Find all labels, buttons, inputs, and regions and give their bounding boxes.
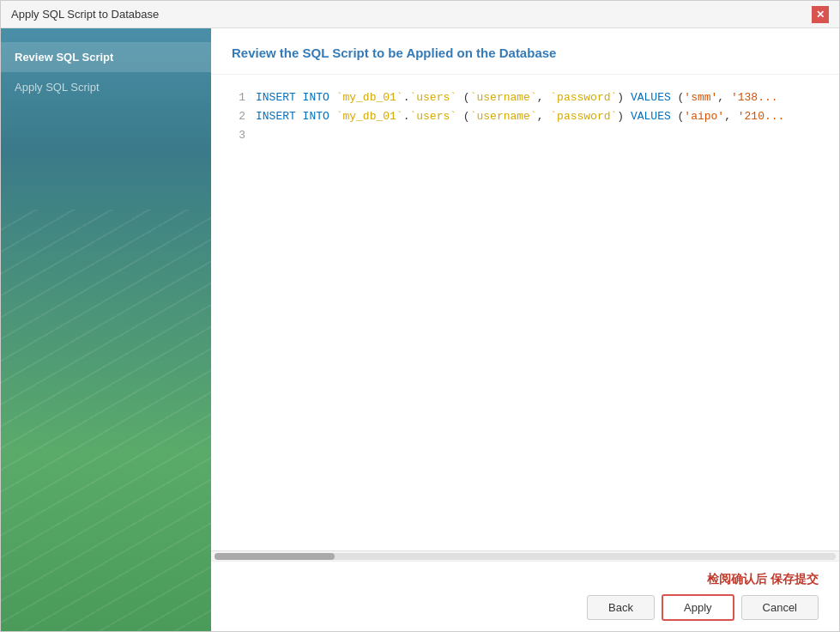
sql-content-2: INSERT INTO `my_db_01`.`users` (`usernam… bbox=[256, 107, 784, 126]
line-number-3: 3 bbox=[232, 126, 256, 145]
sidebar-item-review-sql[interactable]: Review SQL Script bbox=[1, 42, 211, 72]
back-button[interactable]: Back bbox=[587, 595, 655, 620]
sql-editor: 1 INSERT INTO `my_db_01`.`users` (`usern… bbox=[211, 75, 839, 550]
line-number-1: 1 bbox=[232, 88, 256, 107]
main-window: Apply SQL Script to Database ✕ Review SQ… bbox=[0, 0, 840, 632]
scrollbar-track bbox=[215, 553, 836, 560]
section-title: Review the SQL Script to be Applied on t… bbox=[232, 46, 819, 60]
sql-line-1: 1 INSERT INTO `my_db_01`.`users` (`usern… bbox=[232, 88, 819, 107]
title-bar: Apply SQL Script to Database ✕ bbox=[1, 1, 839, 28]
sidebar-item-apply-sql[interactable]: Apply SQL Script bbox=[1, 72, 211, 102]
content-area: Review SQL Script Apply SQL Script Revie… bbox=[1, 28, 839, 631]
horizontal-scrollbar[interactable] bbox=[211, 550, 839, 561]
sidebar: Review SQL Script Apply SQL Script bbox=[1, 28, 211, 631]
apply-button[interactable]: Apply bbox=[662, 594, 734, 621]
sql-content-1: INSERT INTO `my_db_01`.`users` (`usernam… bbox=[256, 88, 778, 107]
main-header: Review the SQL Script to be Applied on t… bbox=[211, 28, 839, 75]
main-panel: Review the SQL Script to be Applied on t… bbox=[211, 28, 839, 631]
footer: 检阅确认后 保存提交 Back Apply Cancel bbox=[211, 561, 839, 631]
sql-line-2: 2 INSERT INTO `my_db_01`.`users` (`usern… bbox=[232, 107, 819, 126]
scrollbar-thumb[interactable] bbox=[215, 553, 335, 560]
line-number-2: 2 bbox=[232, 107, 256, 126]
close-button[interactable]: ✕ bbox=[812, 6, 829, 23]
sql-line-3: 3 bbox=[232, 126, 819, 145]
cancel-button[interactable]: Cancel bbox=[741, 595, 819, 620]
window-title: Apply SQL Script to Database bbox=[11, 8, 159, 21]
footer-hint: 检阅确认后 保存提交 bbox=[707, 572, 819, 587]
footer-buttons: Back Apply Cancel bbox=[587, 594, 819, 621]
